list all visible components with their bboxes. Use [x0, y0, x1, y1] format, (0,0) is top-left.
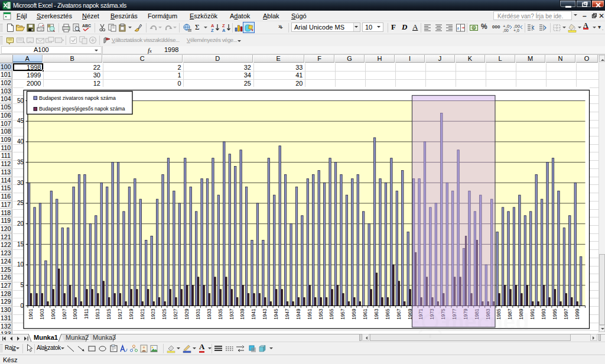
svg-text:20: 20 — [17, 220, 24, 227]
svg-text:1959: 1959 — [352, 308, 357, 320]
svg-text:1993: 1993 — [541, 308, 547, 320]
svg-text:1989: 1989 — [519, 308, 524, 320]
svg-text:0: 0 — [20, 303, 24, 309]
svg-text:45: 45 — [17, 118, 24, 124]
svg-text:1933: 1933 — [207, 308, 212, 320]
svg-text:1915: 1915 — [106, 308, 112, 320]
svg-text:1939: 1939 — [240, 308, 245, 320]
svg-text:1995: 1995 — [552, 308, 558, 320]
svg-text:Budapest jeges/jégesős napok s: Budapest jeges/jégesős napok száma — [39, 105, 125, 112]
svg-text:1907: 1907 — [62, 308, 67, 320]
svg-text:Budapest zivataros napok száma: Budapest zivataros napok száma — [39, 95, 116, 101]
svg-text:1987: 1987 — [508, 308, 513, 320]
svg-text:25: 25 — [17, 200, 24, 206]
svg-text:1929: 1929 — [184, 308, 190, 320]
svg-text:1953: 1953 — [318, 308, 324, 320]
svg-text:10: 10 — [17, 261, 24, 268]
svg-text:1927: 1927 — [173, 308, 178, 320]
svg-text:1919: 1919 — [129, 308, 134, 320]
svg-text:1941: 1941 — [251, 308, 256, 320]
svg-text:1957: 1957 — [340, 308, 346, 320]
svg-text:1925: 1925 — [162, 308, 167, 320]
svg-text:1951: 1951 — [307, 308, 313, 320]
svg-text:35: 35 — [17, 159, 24, 165]
svg-text:1931: 1931 — [196, 308, 201, 320]
svg-text:1965: 1965 — [385, 308, 391, 320]
svg-text:1911: 1911 — [84, 308, 89, 319]
svg-text:1901: 1901 — [28, 308, 34, 320]
svg-text:1991: 1991 — [530, 308, 535, 320]
svg-text:1967: 1967 — [396, 308, 402, 320]
svg-text:1937: 1937 — [229, 308, 235, 320]
svg-text:1923: 1923 — [151, 308, 156, 320]
svg-text:1999: 1999 — [575, 308, 580, 320]
svg-text:1997: 1997 — [564, 308, 569, 320]
svg-text:5: 5 — [20, 282, 24, 288]
svg-text:1935: 1935 — [218, 308, 223, 320]
svg-text:1947: 1947 — [285, 308, 290, 320]
svg-text:1943: 1943 — [262, 308, 268, 320]
svg-text:1921: 1921 — [140, 308, 145, 320]
svg-text:1945: 1945 — [274, 308, 279, 320]
svg-text:1903: 1903 — [40, 308, 45, 320]
svg-text:30: 30 — [17, 180, 24, 186]
svg-text:1917: 1917 — [118, 308, 123, 320]
svg-text:1963: 1963 — [374, 308, 379, 320]
svg-text:1913: 1913 — [95, 308, 100, 320]
svg-text:50: 50 — [17, 98, 24, 104]
svg-text:1909: 1909 — [73, 308, 78, 320]
svg-text:1985: 1985 — [496, 308, 502, 320]
svg-text:1905: 1905 — [51, 308, 56, 320]
svg-text:1949: 1949 — [296, 308, 301, 320]
svg-text:15: 15 — [17, 241, 24, 248]
svg-text:1955: 1955 — [329, 308, 334, 320]
svg-text:40: 40 — [17, 138, 24, 145]
svg-text:1961: 1961 — [363, 308, 368, 320]
